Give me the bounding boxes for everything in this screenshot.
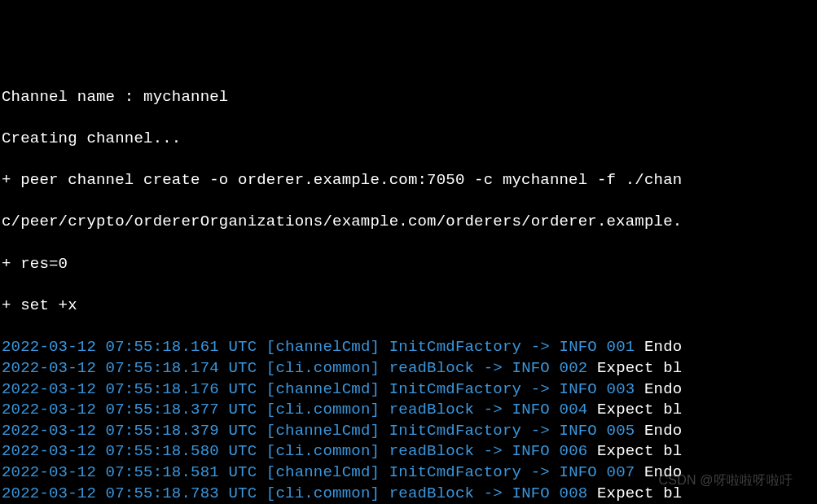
log-message: Endo: [635, 422, 682, 440]
log-line: 2022-03-12 07:55:18.176 UTC [channelCmd]…: [2, 379, 815, 401]
log-level: INFO: [560, 463, 607, 481]
terminal-line: Channel name : mychannel: [2, 87, 815, 108]
log-level: INFO: [560, 380, 607, 398]
log-message: Expect bl: [587, 359, 682, 377]
log-module: [cli.common]: [266, 442, 389, 460]
log-function: InitCmdFactory: [389, 463, 531, 481]
log-id: 008: [560, 484, 588, 502]
log-function: InitCmdFactory: [389, 422, 531, 440]
log-arrow: ->: [531, 422, 560, 440]
log-timestamp: 2022-03-12 07:55:18.161 UTC: [2, 338, 266, 356]
log-id: 004: [560, 401, 588, 419]
log-module: [channelCmd]: [266, 463, 389, 481]
log-message: Endo: [635, 338, 682, 356]
log-function: InitCmdFactory: [389, 380, 531, 398]
log-message: Endo: [635, 380, 682, 398]
terminal-line: + res=0: [2, 254, 815, 275]
log-line: 2022-03-12 07:55:18.580 UTC [cli.common]…: [2, 441, 815, 462]
log-arrow: ->: [531, 380, 560, 398]
terminal-line: + peer channel create -o orderer.example…: [2, 170, 815, 191]
log-line: 2022-03-12 07:55:18.161 UTC [channelCmd]…: [2, 337, 815, 358]
terminal-line: Creating channel...: [2, 129, 815, 150]
log-function: readBlock: [389, 442, 484, 460]
log-timestamp: 2022-03-12 07:55:18.379 UTC: [2, 422, 266, 440]
log-id: 001: [607, 338, 635, 356]
log-level: INFO: [512, 401, 560, 419]
log-timestamp: 2022-03-12 07:55:18.377 UTC: [2, 401, 266, 419]
log-function: readBlock: [389, 359, 484, 377]
log-function: InitCmdFactory: [389, 338, 531, 356]
log-timestamp: 2022-03-12 07:55:18.581 UTC: [2, 463, 266, 481]
log-module: [cli.common]: [266, 401, 389, 419]
log-timestamp: 2022-03-12 07:55:18.174 UTC: [2, 359, 266, 377]
log-id: 007: [607, 463, 635, 481]
log-id: 005: [607, 422, 635, 440]
log-module: [cli.common]: [266, 359, 389, 377]
log-module: [cli.common]: [266, 484, 389, 502]
log-arrow: ->: [484, 484, 512, 502]
log-function: readBlock: [389, 484, 484, 502]
log-timestamp: 2022-03-12 07:55:18.176 UTC: [2, 380, 266, 398]
log-timestamp: 2022-03-12 07:55:18.783 UTC: [2, 484, 266, 502]
log-arrow: ->: [484, 401, 512, 419]
log-arrow: ->: [484, 442, 512, 460]
log-module: [channelCmd]: [266, 422, 389, 440]
log-module: [channelCmd]: [266, 380, 389, 398]
terminal-line: c/peer/crypto/ordererOrganizations/examp…: [2, 212, 815, 233]
log-level: INFO: [512, 359, 560, 377]
log-level: INFO: [560, 422, 607, 440]
log-line: 2022-03-12 07:55:18.377 UTC [cli.common]…: [2, 400, 815, 421]
log-arrow: ->: [531, 463, 560, 481]
log-message: Expect bl: [587, 401, 682, 419]
log-level: INFO: [512, 442, 560, 460]
log-level: INFO: [560, 338, 607, 356]
log-module: [channelCmd]: [266, 338, 389, 356]
log-id: 006: [560, 442, 588, 460]
log-arrow: ->: [531, 338, 560, 356]
log-function: readBlock: [389, 401, 484, 419]
terminal-line: + set +x: [2, 296, 815, 317]
log-line: 2022-03-12 07:55:18.174 UTC [cli.common]…: [2, 358, 815, 379]
log-line: 2022-03-12 07:55:18.379 UTC [channelCmd]…: [2, 421, 815, 442]
log-timestamp: 2022-03-12 07:55:18.580 UTC: [2, 442, 266, 460]
log-level: INFO: [512, 484, 560, 502]
log-arrow: ->: [484, 359, 512, 377]
log-id: 002: [560, 359, 588, 377]
watermark: CSDN @呀啦啦呀啦吁: [659, 471, 793, 489]
log-id: 003: [607, 380, 635, 398]
log-message: Expect bl: [587, 442, 682, 460]
